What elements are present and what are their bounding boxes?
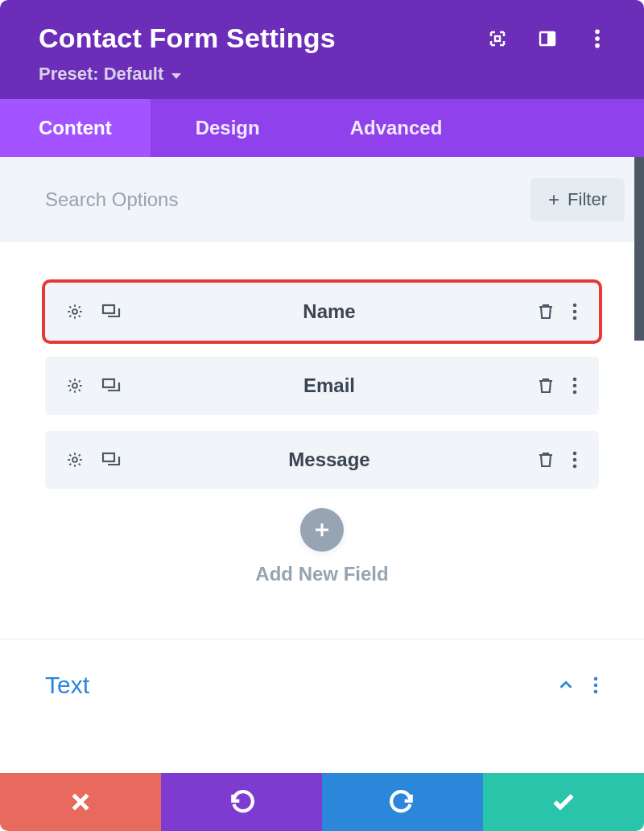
svg-point-14 [573,384,577,388]
redo-button[interactable] [322,773,483,831]
tabs: Content Design Advanced [0,99,644,157]
tab-content[interactable]: Content [0,99,151,157]
svg-point-8 [573,304,577,308]
gear-icon[interactable] [66,377,84,395]
gear-icon[interactable] [66,451,84,469]
field-item-label: Message [121,449,538,471]
cancel-button[interactable] [0,773,161,831]
scrollbar-thumb[interactable] [634,157,644,341]
section-text-title[interactable]: Text [45,672,89,699]
svg-rect-0 [495,36,500,41]
more-vert-icon[interactable] [572,377,578,395]
svg-rect-7 [103,305,114,313]
svg-point-11 [72,383,77,388]
svg-rect-17 [103,453,114,461]
chevron-up-icon[interactable] [557,676,575,694]
field-item[interactable]: Message [45,431,599,489]
search-input[interactable] [45,188,530,211]
filter-button-label: Filter [568,189,607,210]
duplicate-icon[interactable] [101,451,121,469]
duplicate-icon[interactable] [101,377,121,395]
chevron-down-icon [171,73,181,79]
svg-point-18 [573,452,577,456]
svg-point-22 [594,684,598,688]
svg-rect-2 [547,32,555,45]
svg-point-6 [72,309,77,314]
trash-icon[interactable] [538,377,554,395]
duplicate-icon[interactable] [101,303,121,320]
plus-icon: + [548,190,559,209]
svg-rect-12 [103,379,114,387]
gear-icon[interactable] [66,303,84,320]
svg-point-4 [595,36,600,41]
tab-advanced[interactable]: Advanced [305,99,481,157]
filter-button[interactable]: + Filter [530,178,625,221]
svg-point-15 [573,391,577,395]
svg-point-3 [595,29,600,34]
svg-point-5 [595,43,600,48]
preset-selector[interactable]: Preset: Default [39,64,181,85]
add-field-label: Add New Field [45,563,599,585]
svg-point-21 [594,677,598,681]
more-vert-icon[interactable] [592,676,599,694]
svg-point-23 [594,690,598,694]
confirm-button[interactable] [483,773,644,831]
svg-point-13 [573,378,577,382]
field-item[interactable]: Email [45,357,599,415]
trash-icon[interactable] [538,303,554,320]
field-item-label: Email [121,374,538,397]
more-vert-icon[interactable] [588,29,607,48]
field-item[interactable]: Name [45,283,599,341]
more-vert-icon[interactable] [572,303,578,320]
add-field-button[interactable] [300,508,344,552]
svg-point-10 [573,316,577,320]
more-vert-icon[interactable] [572,451,578,469]
expand-icon[interactable] [488,29,507,48]
svg-point-19 [573,458,577,462]
svg-point-9 [573,310,577,314]
field-item-label: Name [121,300,538,323]
svg-point-20 [573,465,577,469]
modal-title: Contact Form Settings [39,23,336,54]
tab-design[interactable]: Design [151,99,305,157]
undo-button[interactable] [161,773,322,831]
columns-icon[interactable] [538,29,557,48]
preset-label: Preset: Default [39,64,163,85]
svg-point-16 [72,457,77,462]
trash-icon[interactable] [538,451,554,469]
